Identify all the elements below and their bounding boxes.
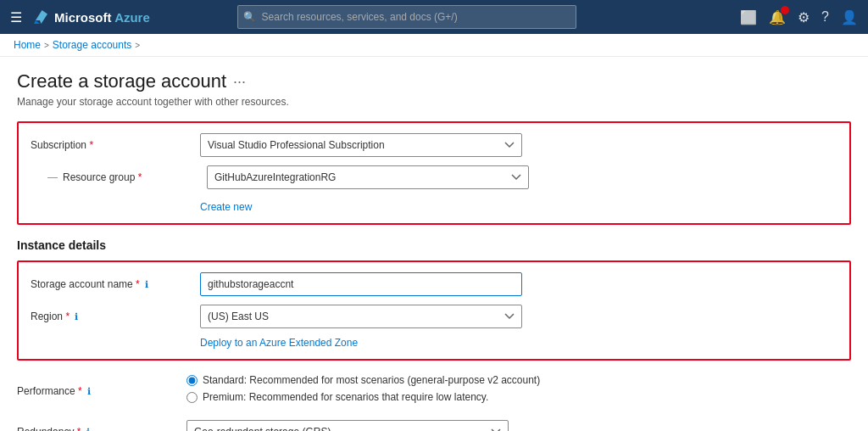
performance-label: Performance * ℹ — [17, 385, 186, 397]
region-label: Region * ℹ — [31, 311, 200, 322]
instance-details-section: Storage account name * ℹ Region * ℹ (US)… — [17, 260, 851, 361]
search-icon: 🔍 — [243, 11, 256, 23]
project-details-section: Subscription * Visual Studio Professiona… — [17, 121, 851, 225]
region-info-icon[interactable]: ℹ — [75, 311, 78, 322]
performance-section: Performance * ℹ Standard: Recommended fo… — [17, 374, 851, 408]
breadcrumb-home[interactable]: Home — [14, 39, 41, 51]
main-content: Create a storage account ··· Manage your… — [0, 57, 868, 431]
redundancy-row: Redundancy * ℹ Geo-redundant storage (GR… — [17, 420, 851, 431]
redundancy-section: Redundancy * ℹ Geo-redundant storage (GR… — [17, 420, 851, 431]
notification-badge — [781, 6, 789, 14]
brand-text: Microsoft Azure — [54, 10, 150, 25]
breadcrumb: Home > Storage accounts > — [0, 34, 868, 57]
redundancy-info-icon[interactable]: ℹ — [86, 427, 90, 431]
redundancy-label: Redundancy * ℹ — [17, 426, 186, 431]
storage-name-input[interactable] — [200, 272, 522, 296]
nav-icons: ⬜ 🔔 ⚙ ? 👤 — [740, 9, 858, 25]
top-nav: ☰ Microsoft Azure 🔍 ⬜ 🔔 ⚙ ? 👤 — [0, 0, 868, 34]
deploy-extended-zone-link[interactable]: Deploy to an Azure Extended Zone — [200, 337, 837, 349]
search-input[interactable] — [237, 5, 576, 29]
more-options-icon[interactable]: ··· — [233, 73, 246, 91]
help-icon[interactable]: ? — [821, 9, 829, 25]
region-select[interactable]: (US) East US — [200, 305, 522, 328]
resource-group-row: Resource group * GitHubAzureIntegrationR… — [31, 165, 837, 189]
search-bar: 🔍 — [237, 5, 576, 29]
redundancy-select[interactable]: Geo-redundant storage (GRS) — [186, 420, 509, 431]
performance-row: Performance * ℹ Standard: Recommended fo… — [17, 374, 851, 408]
breadcrumb-storage[interactable]: Storage accounts — [53, 39, 131, 51]
page-title: Create a storage account — [17, 70, 226, 92]
storage-name-row: Storage account name * ℹ — [31, 272, 837, 296]
settings-icon[interactable]: ⚙ — [798, 9, 810, 25]
standard-radio-text: Standard: Recommended for most scenarios… — [203, 374, 540, 386]
subscription-row: Subscription * Visual Studio Professiona… — [31, 133, 837, 157]
hamburger-icon[interactable]: ☰ — [10, 9, 22, 25]
cloud-shell-icon[interactable]: ⬜ — [740, 9, 757, 25]
resource-group-select[interactable]: GitHubAzureIntegrationRG — [207, 165, 529, 189]
page-title-row: Create a storage account ··· — [17, 70, 851, 92]
standard-radio-label[interactable]: Standard: Recommended for most scenarios… — [186, 374, 540, 386]
subscription-label: Subscription * — [31, 139, 200, 151]
create-new-link[interactable]: Create new — [200, 201, 252, 213]
brand-logo: Microsoft Azure — [32, 8, 150, 25]
region-row: Region * ℹ (US) East US — [31, 305, 837, 328]
page-subtitle: Manage your storage account together wit… — [17, 96, 851, 108]
rg-indent: Resource group * — [47, 171, 200, 183]
notifications-icon[interactable]: 🔔 — [769, 9, 786, 25]
name-info-icon[interactable]: ℹ — [145, 279, 148, 289]
performance-radio-group: Standard: Recommended for most scenarios… — [186, 374, 540, 408]
premium-radio-text: Premium: Recommended for scenarios that … — [203, 391, 488, 403]
premium-radio[interactable] — [186, 392, 198, 403]
breadcrumb-sep-1: > — [44, 41, 49, 50]
account-icon[interactable]: 👤 — [841, 9, 858, 25]
azure-logo-icon — [32, 8, 49, 25]
standard-radio[interactable] — [186, 375, 198, 386]
breadcrumb-sep-2: > — [135, 41, 140, 50]
instance-details-title: Instance details — [17, 238, 851, 252]
resource-group-label: Resource group * — [63, 171, 142, 183]
subscription-select[interactable]: Visual Studio Professional Subscription — [200, 133, 522, 157]
premium-radio-label[interactable]: Premium: Recommended for scenarios that … — [186, 391, 540, 403]
rg-line — [47, 177, 58, 178]
storage-name-label: Storage account name * ℹ — [31, 278, 200, 290]
performance-info-icon[interactable]: ℹ — [87, 386, 91, 396]
